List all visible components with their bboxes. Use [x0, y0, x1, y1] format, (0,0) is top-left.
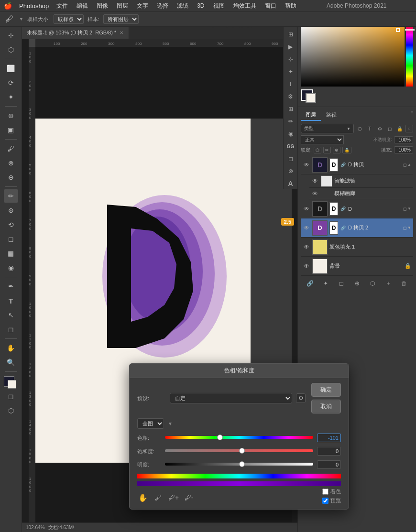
layer-row-d[interactable]: 👁 D D 🔗 D ◻ ▼	[301, 199, 413, 218]
screen-mode[interactable]: ⬡	[4, 404, 18, 417]
new-group-button[interactable]: ⬡	[365, 279, 380, 288]
channel-select[interactable]: 全图	[137, 418, 164, 429]
layers-icon[interactable]: ⊞	[285, 103, 296, 115]
panel-menu-icon[interactable]: ≡	[411, 110, 413, 121]
document-tab[interactable]: 未标题-1 @ 103% (D 拷贝 2, RGB/8) * ✕	[22, 27, 129, 39]
foreground-background-swatches[interactable]	[4, 376, 18, 389]
apple-menu[interactable]: 🍎	[4, 2, 11, 10]
type-tool[interactable]: T	[4, 294, 18, 307]
lasso-tool[interactable]: ⟳	[4, 76, 18, 89]
add-adjustment-button[interactable]: ⊕	[350, 279, 364, 288]
hue-slider[interactable]	[165, 436, 313, 440]
zoom-tool[interactable]: 🔍	[4, 356, 18, 369]
char-icon[interactable]: A	[285, 178, 296, 189]
add-mask-button[interactable]: ◻	[334, 279, 349, 288]
color-gradient[interactable]	[301, 24, 405, 87]
info-icon[interactable]: Ⅰ	[285, 78, 296, 90]
layer-visibility-blur[interactable]: 👁	[311, 190, 319, 197]
opacity-value[interactable]: 100%	[394, 136, 413, 143]
lock-image-icon[interactable]: ✏	[323, 147, 331, 153]
play-icon[interactable]: ▶	[285, 41, 296, 53]
dialog-eyedropper-minus-tool[interactable]: 🖋-	[183, 492, 195, 503]
layer-visibility-icon[interactable]: 👁	[303, 161, 310, 169]
eraser-tool[interactable]: ◻	[4, 232, 18, 246]
preset-settings-icon[interactable]: ⚙	[296, 393, 306, 403]
filter-type-select[interactable]: 类型 ▼	[301, 124, 354, 133]
link-layers-button[interactable]: 🔗	[303, 279, 317, 288]
delete-layer-button[interactable]: 🗑	[396, 279, 411, 288]
saturation-thumb[interactable]	[239, 448, 245, 454]
preset-dropdown[interactable]: 自定	[170, 393, 292, 403]
layer-visibility-d-copy2[interactable]: 👁	[303, 224, 310, 232]
cancel-button[interactable]: 取消	[311, 400, 341, 413]
marquee-tool[interactable]: ⬜	[4, 62, 18, 75]
menu-filter[interactable]: 滤镜	[173, 1, 192, 11]
shape-tool[interactable]: ◻	[4, 323, 18, 336]
layer-row-d-copy[interactable]: 👁 D D 🔗 D 拷贝 ◻ ▲	[301, 155, 413, 174]
star-icon[interactable]: ✦	[285, 66, 296, 77]
layer-row-fill1[interactable]: 👁 颜色填充 1	[301, 238, 413, 257]
lightness-thumb[interactable]	[239, 461, 245, 467]
saturation-value-input[interactable]: 0	[317, 447, 341, 456]
dialog-eyedropper-tool[interactable]: 🖋	[153, 492, 164, 503]
blend-mode-select[interactable]: 正常	[301, 135, 344, 144]
lock-transparent-icon[interactable]: ⬡	[314, 147, 321, 153]
menu-image[interactable]: 图像	[93, 1, 112, 11]
dialog-hand-tool[interactable]: ✋	[137, 492, 149, 503]
fg-bg-swatches[interactable]	[301, 89, 318, 104]
layer-visibility-d[interactable]: 👁	[303, 205, 310, 213]
tab-close-icon[interactable]: ✕	[119, 31, 124, 35]
color-sampler-tool[interactable]: ⊗	[4, 156, 18, 170]
menu-window[interactable]: 窗口	[261, 1, 280, 11]
background-color[interactable]	[8, 380, 16, 389]
color-picker[interactable]	[301, 24, 413, 87]
history-tool[interactable]: ⟲	[4, 218, 18, 231]
filter-icon-3[interactable]: ⚙	[375, 124, 384, 133]
filter-toggle[interactable]: ○	[405, 125, 413, 132]
quick-mask-tool[interactable]: ◻	[4, 390, 18, 403]
layer-row-d-copy2[interactable]: 👁 D D 🔗 D 拷贝 2 ◻ ▼	[301, 218, 413, 238]
filter-icon-4[interactable]: ◻	[385, 124, 394, 133]
hue-thumb[interactable]	[217, 434, 223, 440]
sample-select[interactable]: 所有图层	[103, 14, 139, 24]
grid-icon[interactable]: ⊞	[285, 29, 296, 40]
brush-icon[interactable]: ✏	[285, 116, 296, 127]
gradient-tool[interactable]: ▦	[4, 247, 18, 260]
color-spectrum-strip[interactable]	[405, 24, 413, 87]
layer-row-smart-filter[interactable]: 👁 智能滤镜	[309, 174, 413, 188]
confirm-button[interactable]: 确定	[311, 383, 341, 397]
filter-icon-1[interactable]: ⬡	[355, 124, 364, 133]
menu-layer[interactable]: 图层	[113, 1, 132, 11]
sample-size-select[interactable]: 取样点	[54, 14, 84, 24]
heal-tool[interactable]: ⊖	[4, 171, 18, 184]
artboard-tool[interactable]: ⬡	[4, 43, 18, 56]
pen-tool[interactable]: ✒	[4, 280, 18, 293]
lock-all-icon[interactable]: 🔒	[342, 147, 351, 153]
brush-tool[interactable]: ✏	[4, 189, 18, 203]
layer-row-blur-gallery[interactable]: 👁 模糊画廊	[309, 188, 413, 199]
hue-value-input[interactable]: -101	[317, 434, 341, 442]
menu-file[interactable]: 文件	[53, 1, 72, 11]
mask-icon[interactable]: ◻	[285, 153, 296, 164]
layer-visibility-fill1[interactable]: 👁	[303, 243, 310, 251]
preview-checkbox[interactable]	[322, 498, 328, 504]
menu-3d[interactable]: 3D	[193, 1, 208, 10]
menu-help[interactable]: 帮助	[281, 1, 300, 11]
layer-row-background[interactable]: 👁 背景 🔒	[301, 257, 413, 276]
menu-type[interactable]: 文字	[133, 1, 152, 11]
path-select-tool[interactable]: ↖	[4, 308, 18, 322]
filter-icon-2[interactable]: T	[365, 124, 374, 133]
stamp-tool[interactable]: ⊛	[4, 204, 18, 217]
lightness-value-input[interactable]: 0	[317, 460, 341, 469]
crop-tool[interactable]: ⊕	[4, 109, 18, 122]
fill-value[interactable]: 100%	[394, 146, 413, 153]
frame-tool[interactable]: ▣	[4, 123, 18, 137]
settings-icon[interactable]: ⚙	[285, 91, 296, 102]
adjust-icon[interactable]: ⊹	[285, 54, 296, 65]
layer-visibility-bg[interactable]: 👁	[303, 262, 310, 270]
lock-position-icon[interactable]: ⊕	[333, 147, 340, 153]
new-layer-button[interactable]: +	[381, 279, 396, 288]
layer-visibility-smart-filter[interactable]: 👁	[311, 177, 319, 185]
dialog-eyedropper-plus-tool[interactable]: 🖋+	[168, 492, 179, 503]
add-style-button[interactable]: ✦	[318, 279, 333, 288]
